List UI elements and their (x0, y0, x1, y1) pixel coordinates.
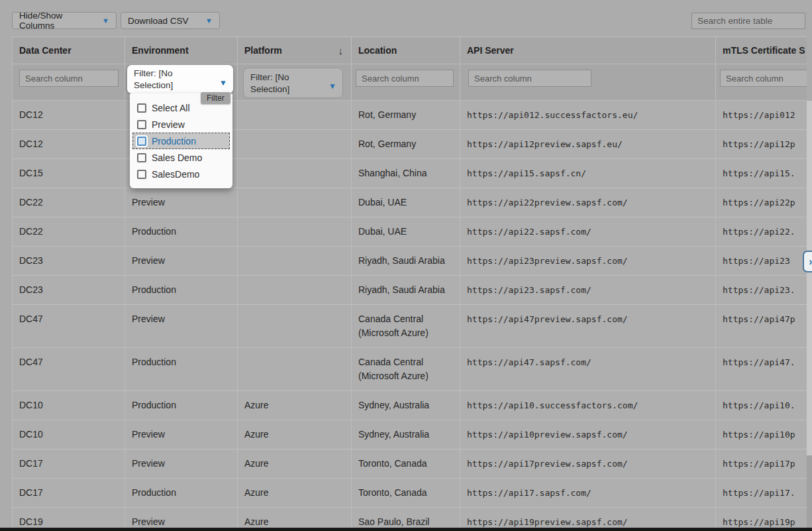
data-center-table-screen: Hide/Show Columns ▼ Download CSV ▼ Data … (0, 0, 812, 531)
mtls-column-search-input[interactable] (720, 70, 807, 87)
column-header-location[interactable]: Location (352, 37, 460, 64)
filter-option[interactable]: Production (132, 133, 230, 149)
api-server-cell: https://api23.sapsf.com/ (460, 276, 716, 304)
mtls-cell: https://api47p (716, 305, 807, 347)
data-center-column-search-input[interactable] (19, 70, 119, 87)
table-row: DC17 Preview Azure Toronto, Canada https… (12, 449, 807, 479)
column-header-mtls-certificate[interactable]: mTLS Certificate S (716, 37, 807, 64)
platform-cell: Azure (238, 449, 352, 478)
download-csv-label: Download CSV (128, 16, 189, 26)
environment-cell: Preview (125, 305, 238, 347)
platform-cell (238, 130, 352, 158)
mtls-cell: https://api17p (716, 449, 807, 478)
checkbox-icon[interactable] (137, 153, 146, 162)
filter-option-label: Select All (152, 103, 190, 113)
filter-cell-mtls (716, 64, 807, 100)
location-cell: Rot, Germany (352, 101, 460, 129)
filter-tooltip: Filter (201, 92, 230, 104)
data-center-cell: DC23 (13, 247, 125, 275)
platform-cell (238, 159, 352, 188)
location-cell: Shanghai, China (352, 159, 460, 188)
checkbox-icon[interactable] (137, 120, 146, 129)
table-row: DC17 Production Azure Toronto, Canada ht… (12, 479, 807, 508)
checkbox-icon[interactable] (137, 170, 146, 179)
filter-cell-location (352, 64, 460, 100)
environment-cell: Preview (125, 420, 238, 449)
table-row: DC47 Preview Canada Central (Microsoft A… (12, 305, 807, 348)
api-server-cell: https://api22preview.sapsf.com/ (460, 188, 716, 217)
vertical-scrollbar-thumb[interactable] (807, 101, 812, 455)
api-server-cell: https://api22.sapsf.com/ (460, 217, 716, 246)
bottom-edge-strip (0, 528, 812, 531)
data-center-cell: DC23 (13, 276, 125, 304)
mtls-cell: https://api47. (716, 348, 807, 390)
table-row: DC47 Production Canada Central (Microsof… (12, 348, 807, 391)
scroll-right-button[interactable]: › (803, 251, 812, 272)
api-server-cell: https://api17preview.sapsf.com/ (460, 449, 716, 478)
platform-cell (238, 101, 352, 129)
column-header-environment[interactable]: Environment (125, 37, 238, 64)
api-server-column-search-input[interactable] (468, 70, 591, 87)
filter-option[interactable]: Preview (132, 116, 230, 133)
filter-option-label: SalesDemo (152, 169, 199, 180)
api-server-cell: https://api47.sapsf.com/ (460, 348, 716, 390)
environment-cell: Preview (125, 188, 238, 217)
column-header-platform[interactable]: Platform ↓ (238, 37, 352, 64)
location-cell: Toronto, Canada (352, 479, 460, 507)
api-server-cell: https://api10preview.sapsf.com/ (460, 420, 716, 449)
platform-cell: Azure (238, 420, 352, 449)
checkbox-icon[interactable] (137, 137, 146, 146)
table-row: DC23 Preview Riyadh, Saudi Arabia https:… (12, 247, 807, 276)
filter-option[interactable]: Sales Demo (132, 149, 230, 166)
api-server-cell: https://api17.sapsf.com/ (460, 479, 716, 507)
location-column-search-input[interactable] (356, 70, 454, 87)
location-cell: Riyadh, Saudi Arabia (352, 276, 460, 304)
platform-cell (238, 247, 352, 275)
environment-filter-dropdown-open[interactable]: Filter: [No Selection] ▼ (127, 65, 233, 93)
platform-cell (238, 188, 352, 217)
caret-down-icon: ▼ (205, 17, 213, 25)
caret-down-icon: ▼ (329, 81, 336, 91)
column-header-api-server[interactable]: API Server (460, 37, 716, 64)
location-cell: Canada Central (Microsoft Azure) (352, 305, 460, 347)
hide-show-columns-button[interactable]: Hide/Show Columns ▼ (12, 12, 117, 29)
environment-cell: Production (125, 479, 238, 507)
mtls-cell: https://api22p (716, 188, 807, 217)
data-center-cell: DC12 (13, 101, 125, 129)
caret-down-icon: ▼ (219, 78, 227, 89)
data-center-cell: DC10 (13, 391, 125, 420)
download-csv-button[interactable]: Download CSV ▼ (121, 12, 220, 29)
location-cell: Canada Central (Microsoft Azure) (352, 348, 460, 390)
api-server-cell: https://api12preview.sapsf.eu/ (460, 130, 716, 158)
location-cell: Toronto, Canada (352, 449, 460, 478)
sort-descending-icon: ↓ (338, 45, 344, 56)
platform-filter-dropdown[interactable]: Filter: [No Selection] ▼ (243, 68, 343, 98)
mtls-cell: https://api10p (716, 420, 807, 449)
location-cell: Sydney, Australia (352, 420, 460, 449)
location-cell: Dubai, UAE (352, 217, 460, 246)
filter-cell-api-server (460, 64, 716, 100)
filter-option[interactable]: SalesDemo (132, 166, 230, 182)
data-center-cell: DC22 (13, 188, 125, 217)
table-row: DC22 Production Dubai, UAE https://api22… (12, 217, 807, 247)
filter-option-label: Production (152, 136, 196, 147)
data-center-cell: DC47 (13, 348, 125, 390)
table-row: DC22 Preview Dubai, UAE https://api22pre… (12, 188, 807, 217)
search-entire-table-input[interactable] (691, 13, 805, 29)
column-header-data-center[interactable]: Data Center (13, 37, 125, 64)
environment-cell: Production (125, 276, 238, 304)
mtls-cell: https://api17. (716, 479, 807, 507)
table-row: DC10 Production Azure Sydney, Australia … (12, 391, 807, 420)
mtls-cell: https://api12p (716, 130, 807, 158)
mtls-cell: https://api23. (716, 276, 807, 304)
platform-cell (238, 305, 352, 347)
platform-cell (238, 217, 352, 246)
hide-show-columns-label: Hide/Show Columns (19, 11, 95, 30)
checkbox-icon[interactable] (137, 103, 146, 113)
environment-cell: Preview (125, 247, 238, 275)
filter-cell-data-center (13, 64, 125, 100)
filter-option-label: Sales Demo (152, 152, 202, 163)
filter-option-label: Preview (152, 119, 185, 130)
platform-cell (238, 348, 352, 390)
mtls-cell: https://api10. (716, 391, 807, 420)
